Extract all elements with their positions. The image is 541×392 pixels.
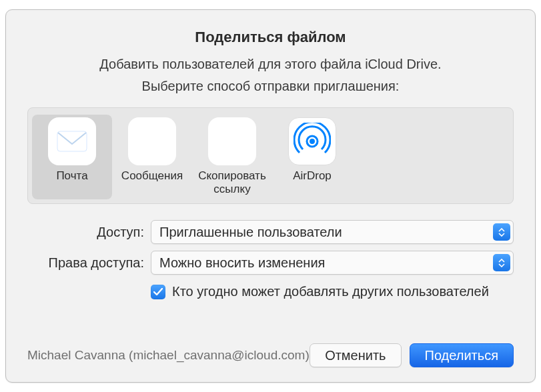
- access-label: Доступ:: [27, 225, 144, 240]
- airdrop-icon: [288, 117, 336, 165]
- permission-select[interactable]: Можно вносить изменения: [151, 251, 514, 275]
- share-methods: Почта Сообщения Скопировать ссылку: [27, 107, 514, 204]
- dialog-footer: Michael Cavanna (michael_cavanna@icloud.…: [27, 331, 514, 367]
- svg-point-4: [310, 139, 315, 144]
- link-icon: [208, 117, 256, 165]
- account-info: Michael Cavanna (michael_cavanna@icloud.…: [27, 348, 310, 363]
- dialog-instruction: Выберите способ отправки приглашения:: [27, 79, 514, 94]
- method-mail[interactable]: Почта: [32, 115, 112, 199]
- share-panel: Поделиться файлом Добавить пользователей…: [5, 9, 536, 383]
- svg-rect-0: [57, 131, 87, 151]
- svg-rect-2: [229, 131, 242, 145]
- method-copy-link-label: Скопировать ссылку: [193, 169, 271, 195]
- anyone-can-add-checkbox[interactable]: [151, 285, 165, 299]
- method-airdrop-label: AirDrop: [293, 169, 332, 183]
- dialog-buttons: Отменить Поделиться: [310, 343, 514, 367]
- messages-icon: [128, 117, 176, 165]
- share-button[interactable]: Поделиться: [410, 343, 514, 367]
- select-arrows-icon: [493, 254, 510, 271]
- dialog-subtitle: Добавить пользователей для этого файла i…: [27, 57, 514, 72]
- access-select[interactable]: Приглашенные пользователи: [151, 220, 514, 244]
- share-settings: Доступ: Приглашенные пользователи Права …: [27, 220, 514, 299]
- method-messages[interactable]: Сообщения: [112, 115, 192, 199]
- method-airdrop[interactable]: AirDrop: [272, 115, 352, 199]
- method-copy-link[interactable]: Скопировать ссылку: [192, 115, 272, 199]
- select-arrows-icon: [493, 223, 510, 241]
- check-icon: [153, 288, 163, 296]
- method-messages-label: Сообщения: [121, 169, 183, 183]
- dialog-title: Поделиться файлом: [27, 29, 514, 46]
- method-mail-label: Почта: [56, 169, 87, 183]
- cancel-button[interactable]: Отменить: [310, 343, 401, 367]
- permission-label: Права доступа:: [27, 255, 144, 271]
- svg-rect-1: [222, 138, 235, 151]
- anyone-can-add-label: Кто угодно может добавлять других пользо…: [172, 284, 489, 299]
- mail-icon: [48, 117, 96, 165]
- permission-value: Можно вносить изменения: [159, 255, 325, 271]
- access-value: Приглашенные пользователи: [159, 225, 342, 240]
